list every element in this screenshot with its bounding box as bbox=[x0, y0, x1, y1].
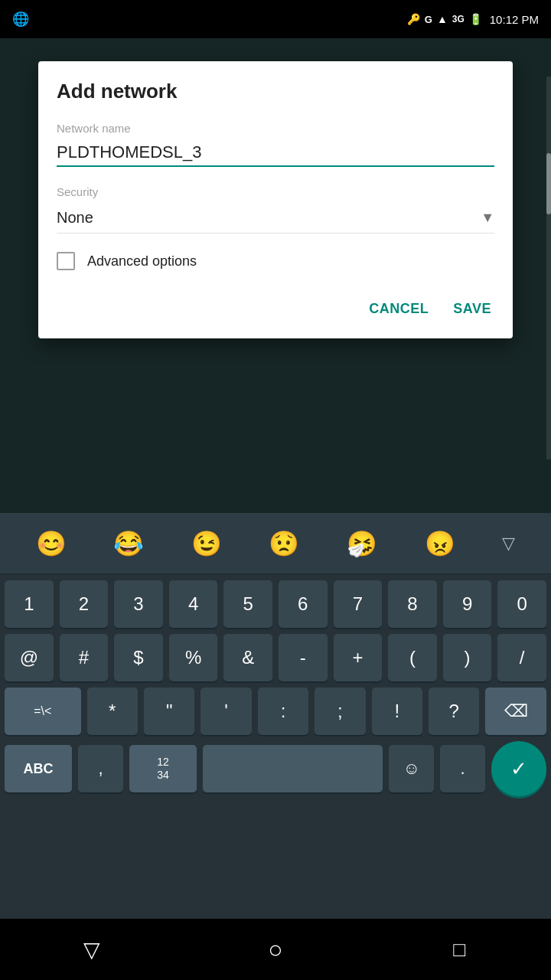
key-quote[interactable]: " bbox=[144, 688, 194, 735]
symbol-row2: =\< * " ' : ; ! ? ⌫ bbox=[5, 688, 546, 735]
vpn-icon: 🔑 bbox=[407, 13, 420, 25]
keyboard-dismiss-icon[interactable]: ▽ bbox=[502, 534, 515, 554]
dialog-buttons: CANCEL SAVE bbox=[57, 295, 494, 329]
key-slash[interactable]: / bbox=[497, 634, 546, 681]
key-5[interactable]: 5 bbox=[223, 580, 272, 628]
back-button[interactable]: ▽ bbox=[61, 926, 122, 972]
add-network-dialog: Add network Network name Security None ▼… bbox=[38, 61, 513, 338]
key-apostrophe[interactable]: ' bbox=[201, 688, 251, 735]
key-at[interactable]: @ bbox=[5, 634, 54, 681]
chevron-down-icon: ▼ bbox=[481, 210, 494, 226]
advanced-options-row: Advanced options bbox=[57, 252, 494, 270]
key-question[interactable]: ? bbox=[429, 688, 479, 735]
key-equals[interactable]: =\< bbox=[5, 688, 81, 735]
emoji-angry[interactable]: 😠 bbox=[425, 529, 455, 558]
nav-bar: ▽ ○ □ bbox=[0, 919, 551, 980]
security-label: Security bbox=[57, 185, 494, 198]
signal-bars-icon: ▲ bbox=[437, 13, 448, 25]
globe-icon: 🌐 bbox=[12, 11, 29, 28]
status-bar: 🌐 🔑 G ▲ 3G 🔋 10:12 PM bbox=[0, 0, 551, 38]
key-lparen[interactable]: ( bbox=[388, 634, 437, 681]
enter-key[interactable]: ✓ bbox=[491, 741, 546, 796]
emoji-laugh[interactable]: 😂 bbox=[113, 529, 144, 558]
emoji-blush[interactable]: 😊 bbox=[36, 529, 67, 558]
key-2[interactable]: 2 bbox=[60, 580, 109, 628]
key-rparen[interactable]: ) bbox=[443, 634, 492, 681]
emoji-row: 😊 😂 😉 😟 🤧 😠 ▽ bbox=[0, 513, 551, 574]
security-value: None bbox=[57, 209, 93, 227]
keyboard: 😊 😂 😉 😟 🤧 😠 ▽ 1 2 3 4 5 6 7 8 9 0 @ # $ … bbox=[0, 513, 551, 942]
key-6[interactable]: 6 bbox=[279, 580, 328, 628]
scrollbar[interactable] bbox=[546, 77, 551, 459]
key-colon[interactable]: : bbox=[258, 688, 308, 735]
advanced-options-label: Advanced options bbox=[87, 253, 197, 270]
save-button[interactable]: SAVE bbox=[450, 295, 494, 323]
key-0[interactable]: 0 bbox=[497, 580, 546, 628]
emoji-face-key[interactable]: ☺ bbox=[389, 745, 434, 792]
number-row: 1 2 3 4 5 6 7 8 9 0 bbox=[5, 580, 546, 628]
key-percent[interactable]: % bbox=[169, 634, 218, 681]
key-plus[interactable]: + bbox=[334, 634, 383, 681]
dialog-overlay: Add network Network name Security None ▼… bbox=[0, 38, 551, 513]
key-3[interactable]: 3 bbox=[114, 580, 163, 628]
network-name-input[interactable] bbox=[57, 139, 494, 167]
comma-key[interactable]: , bbox=[78, 745, 123, 792]
network-3g-icon: 3G bbox=[452, 14, 465, 24]
emoji-wink[interactable]: 😉 bbox=[191, 529, 222, 558]
key-dollar[interactable]: $ bbox=[114, 634, 163, 681]
home-button[interactable]: ○ bbox=[245, 926, 306, 972]
recents-button[interactable]: □ bbox=[429, 926, 490, 972]
key-star[interactable]: * bbox=[87, 688, 138, 735]
security-dropdown[interactable]: None ▼ bbox=[57, 203, 494, 234]
period-key[interactable]: . bbox=[440, 745, 485, 792]
key-semicolon[interactable]: ; bbox=[315, 688, 365, 735]
battery-icon: 🔋 bbox=[469, 13, 482, 25]
advanced-options-checkbox[interactable] bbox=[57, 252, 75, 270]
key-7[interactable]: 7 bbox=[334, 580, 383, 628]
symbol-row: @ # $ % & - + ( ) / bbox=[5, 634, 546, 681]
scrollbar-thumb bbox=[546, 153, 551, 214]
numbers-key[interactable]: 1234 bbox=[129, 745, 197, 792]
delete-key[interactable]: ⌫ bbox=[485, 688, 546, 735]
cancel-button[interactable]: CANCEL bbox=[366, 295, 432, 323]
network-name-input-wrapper bbox=[57, 139, 494, 167]
key-hash[interactable]: # bbox=[60, 634, 109, 681]
key-ampersand[interactable]: & bbox=[223, 634, 272, 681]
network-name-label: Network name bbox=[57, 122, 494, 135]
key-exclaim[interactable]: ! bbox=[372, 688, 422, 735]
emoji-sad[interactable]: 😟 bbox=[269, 529, 299, 558]
key-9[interactable]: 9 bbox=[443, 580, 492, 628]
space-key[interactable] bbox=[203, 745, 383, 792]
bottom-row: ABC , 1234 ☺ . ✓ bbox=[5, 741, 546, 796]
key-minus[interactable]: - bbox=[279, 634, 328, 681]
status-time: 10:12 PM bbox=[490, 13, 539, 26]
key-1[interactable]: 1 bbox=[5, 580, 54, 628]
abc-key[interactable]: ABC bbox=[5, 745, 72, 792]
key-8[interactable]: 8 bbox=[388, 580, 437, 628]
dialog-title: Add network bbox=[57, 80, 494, 103]
key-4[interactable]: 4 bbox=[169, 580, 218, 628]
signal-g-icon: G bbox=[425, 14, 432, 25]
emoji-cry[interactable]: 🤧 bbox=[347, 529, 377, 558]
key-rows: 1 2 3 4 5 6 7 8 9 0 @ # $ % & - + ( ) / … bbox=[0, 574, 551, 808]
